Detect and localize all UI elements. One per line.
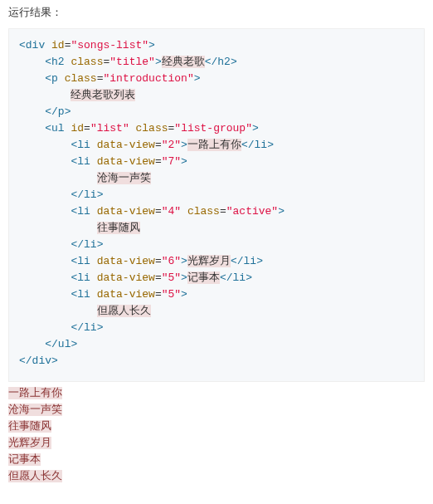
run-result-heading: 运行结果： (0, 0, 433, 20)
output-lines: 一路上有你沧海一声笑往事随风光辉岁月记事本但愿人长久 (8, 385, 425, 485)
code-block: <div id="songs-list"> <h2 class="title">… (8, 28, 425, 382)
